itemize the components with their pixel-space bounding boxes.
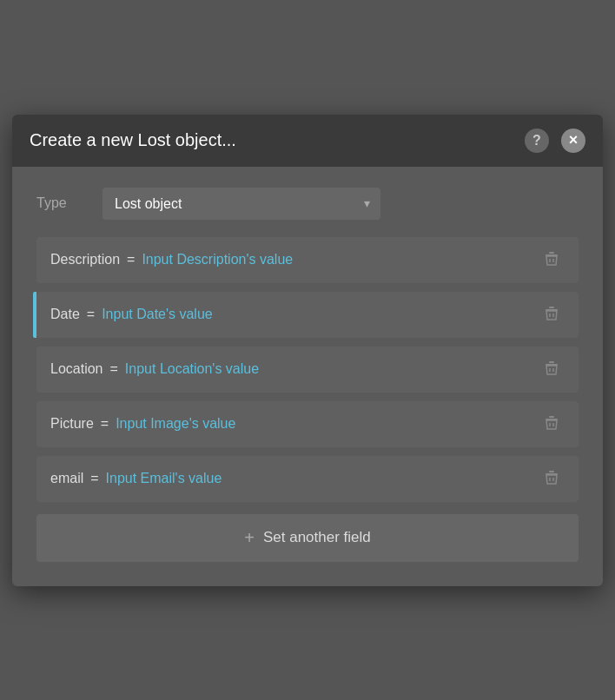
svg-rect-5: [549, 307, 554, 308]
delete-picture-button[interactable]: [539, 413, 565, 435]
description-value[interactable]: Input Description's value: [142, 252, 532, 267]
description-label: Description: [50, 252, 120, 267]
add-field-button[interactable]: + Set another field: [36, 514, 579, 562]
plus-icon: +: [244, 528, 255, 548]
delete-location-button[interactable]: [539, 359, 565, 380]
close-button[interactable]: ×: [561, 129, 585, 153]
field-row-picture: Picture = Input Image's value: [36, 401, 579, 447]
field-row-description: Description = Input Description's value: [36, 237, 579, 283]
picture-equals: =: [101, 416, 109, 432]
svg-rect-17: [549, 471, 554, 472]
dialog-title: Create a new Lost object...: [30, 130, 236, 150]
type-label: Type: [36, 195, 89, 211]
create-lost-object-dialog: Create a new Lost object... ? × Type Los…: [12, 115, 603, 586]
location-value[interactable]: Input Location's value: [125, 361, 532, 377]
field-row-location: Location = Input Location's value: [36, 347, 579, 393]
svg-rect-9: [549, 361, 554, 363]
location-equals: =: [110, 361, 118, 377]
date-equals: =: [87, 307, 95, 322]
location-label: Location: [50, 361, 103, 377]
help-button[interactable]: ?: [525, 129, 549, 153]
type-select[interactable]: Lost object Found object: [102, 188, 380, 220]
delete-date-button[interactable]: [539, 304, 565, 326]
email-equals: =: [90, 471, 98, 486]
date-value[interactable]: Input Date's value: [102, 307, 532, 322]
type-row: Type Lost object Found object ▾: [36, 188, 579, 220]
picture-value[interactable]: Input Image's value: [116, 416, 532, 432]
field-row-email: email = Input Email's value: [36, 456, 579, 502]
picture-label: Picture: [50, 416, 94, 432]
type-select-wrapper: Lost object Found object ▾: [102, 188, 380, 220]
delete-description-button[interactable]: [539, 249, 565, 271]
svg-rect-13: [549, 416, 554, 418]
description-equals: =: [127, 252, 135, 267]
dialog-header: Create a new Lost object... ? ×: [12, 115, 603, 167]
delete-email-button[interactable]: [539, 468, 565, 490]
dialog-body: Type Lost object Found object ▾ Descript…: [12, 167, 603, 586]
email-value[interactable]: Input Email's value: [106, 471, 532, 486]
header-actions: ? ×: [525, 129, 585, 153]
field-row-date: Date = Input Date's value: [36, 292, 579, 338]
date-label: Date: [50, 307, 80, 322]
add-field-label: Set another field: [263, 529, 371, 546]
email-label: email: [50, 471, 83, 486]
svg-rect-1: [549, 252, 554, 254]
